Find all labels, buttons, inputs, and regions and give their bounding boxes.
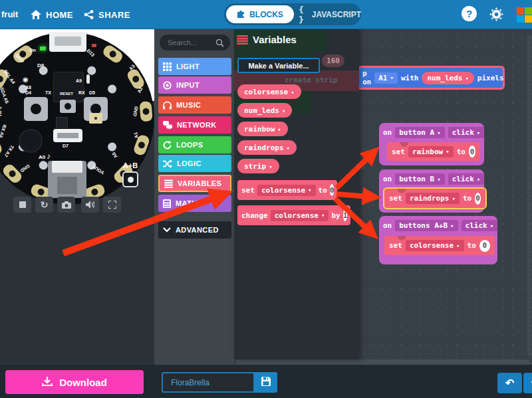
ms-square-green [525,7,532,15]
click-dropdown[interactable]: click [462,220,498,231]
set-raindrops-block[interactable]: set raindrops to 0 [384,189,485,208]
sound-button[interactable] [81,197,99,213]
set-text: set [389,241,402,250]
project-name-input[interactable] [162,372,255,393]
save-button[interactable] [255,372,277,393]
board-label: RESET [60,92,73,96]
puzzle-icon [237,9,245,20]
category-loops[interactable]: LOOPS [158,136,231,153]
on-button-a-block[interactable]: on button A click set rainbow to 0 [379,123,484,165]
create-strip-block[interactable]: p on A1 with num_leds pixels [357,66,505,90]
undo-button[interactable]: ↶ [497,373,522,393]
category-advanced[interactable]: ADVANCED [158,221,231,239]
neopixel-led [106,141,118,153]
board-label: D4 [25,90,31,95]
download-button[interactable]: Download [5,370,144,394]
redo-button[interactable]: ↷ [523,373,532,393]
reset-button[interactable] [60,100,76,113]
port-dropdown[interactable]: A1 [374,72,398,84]
variable-pill-rainbow[interactable]: rainbow [237,122,288,136]
category-label: INPUT [176,81,200,89]
tab-blocks[interactable]: BLOCKS [226,5,294,23]
restart-button[interactable]: ↻ [35,197,53,213]
editor-toggle: BLOCKS { } JAVASCRIPT [224,3,361,25]
ab-button[interactable] [122,171,138,187]
variable-dropdown[interactable]: raindrops [406,193,460,204]
num-leds-variable[interactable]: num_leds [422,72,473,84]
board-label: On [29,48,36,52]
d13-led [92,44,96,47]
variable-pill-num-leds[interactable]: num_leds [237,103,292,118]
click-dropdown[interactable]: click [448,173,485,185]
question-icon: ? [466,8,472,19]
variable-dropdown[interactable]: colorsense [257,185,316,196]
help-button[interactable]: ? [462,6,477,21]
board-label: VOUT [92,164,105,175]
tab-javascript[interactable]: { } JAVASCRIPT [299,3,361,25]
headphones-icon [163,101,172,110]
button-dropdown[interactable]: button A [395,127,444,138]
category-logic[interactable]: LOGIC [158,155,231,172]
stop-button[interactable] [13,197,31,213]
button-a[interactable] [24,97,48,121]
category-variables[interactable]: VARIABLES [158,175,231,192]
button-dropdown[interactable]: buttons A+B [395,220,458,231]
horizontal-scrollbar[interactable] [236,359,530,365]
chat-bubbles-icon [163,121,172,130]
on-buttons-ab-block[interactable]: on buttons A+B click set colorsense to 0 [379,216,497,264]
ms-square-blue [517,15,524,23]
on-button-b-block[interactable]: on button B click set raindrops to 0 [379,169,484,213]
set-rainbow-block[interactable]: set rainbow to 0 [387,142,480,161]
screenshot-button[interactable] [57,197,75,213]
simulator-panel: ◉ ♪ On D13 D8 A8 A9 D4 TX RESET RX D5 D7… [0,29,154,365]
vertical-scrollbar[interactable] [527,35,531,356]
variables-icon [237,35,248,45]
loop-icon [163,141,172,149]
value-input[interactable]: 0 [475,193,481,205]
variable-pill-colorsense[interactable]: colorsense [237,84,301,99]
strip-lead-text: p on [362,69,371,86]
ms-square-yellow [525,15,532,23]
board-label: A8 [25,85,31,90]
usb-connector [49,32,86,52]
variable-pill-raindrops[interactable]: raindrops [237,140,297,155]
grid-icon [163,62,172,71]
category-network[interactable]: NETWORK [158,116,231,134]
value-input[interactable]: 0 [479,240,490,252]
category-input[interactable]: INPUT [158,76,231,94]
variable-dropdown[interactable]: colorsense [406,240,464,251]
value-input[interactable]: 0 [469,146,475,157]
change-variable-block[interactable]: change colorsense by 1 [237,205,350,225]
settings-button[interactable] [489,7,504,25]
adafruit-logo[interactable]: fruit [1,9,18,19]
category-label: VARIABLES [178,179,221,187]
variables-flyout: 160 create strip Variables Make a Variab… [234,29,359,359]
slide-switch[interactable] [53,129,82,142]
category-music[interactable]: MUSIC [158,96,231,114]
value-input[interactable]: 0 [330,184,334,196]
make-variable-button[interactable]: Make a Variable... [237,58,320,73]
set-colorsense-block[interactable]: set colorsense to 0 [384,236,495,255]
variable-dropdown[interactable]: rainbow [408,146,454,157]
speaker [19,129,43,153]
value-input[interactable]: 1 [343,209,348,221]
to-text: to [319,186,327,195]
board-label: D8 [37,62,44,68]
processor-chip [53,72,84,102]
share-button[interactable]: SHARE [84,0,130,29]
microsoft-logo[interactable] [517,7,532,23]
block-toolbox: LIGHT INPUT MUSIC NETWORK LOOPS LOGIC VA… [154,29,234,365]
set-variable-block[interactable]: set colorsense to 0 [237,180,337,200]
category-math[interactable]: MATH [158,195,231,212]
variable-dropdown[interactable]: colorsense [271,210,329,221]
button-dropdown[interactable]: button B [395,173,444,185]
home-button[interactable]: HOME [31,0,73,29]
flyout-title: Variables [253,34,297,45]
click-dropdown[interactable]: click [448,127,485,138]
category-light[interactable]: LIGHT [158,58,231,75]
circle-dot-icon [163,81,172,90]
shuffle-icon [163,159,172,168]
variable-pill-strip[interactable]: strip [237,159,279,173]
fullscreen-button[interactable] [103,197,121,213]
change-text: change [241,211,268,220]
